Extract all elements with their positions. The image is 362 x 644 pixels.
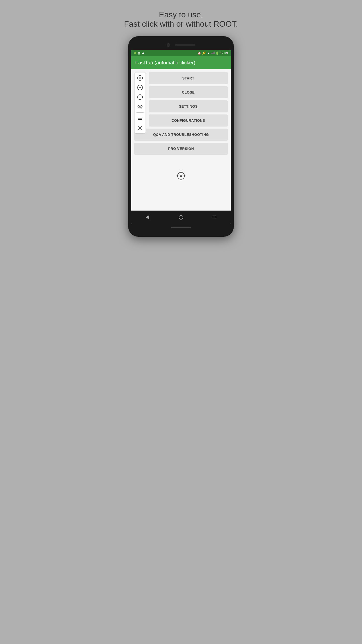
start-button[interactable]: START [149,72,228,84]
status-left: ▦ ◀ [134,52,144,55]
tagline-line2: Fast click with or without ROOT. [124,19,238,29]
camera [167,43,170,47]
home-icon [179,215,183,220]
tagline-line1: Easy to use. [124,10,238,19]
wifi-icon: ▲ [207,51,210,55]
signal-bars [211,52,214,54]
vpn-icon: 🔑 [202,52,206,55]
sim-icon: ▦ [138,52,140,55]
toolbar-play-btn[interactable] [135,73,145,83]
main-buttons-area: START CLOSE SETTINGS CONFIGURATIONS [149,72,228,127]
app-content: START CLOSE SETTINGS CONFIGURATIONS Q&A … [131,69,231,210]
nav-recent-button[interactable] [209,215,220,220]
crosshair-icon [175,170,187,182]
speaker [175,44,195,46]
back-icon [146,215,149,220]
app-header: FastTap (automatic clicker) [131,56,231,69]
battery-icon: 🔋 [215,52,219,55]
svg-point-16 [180,175,182,177]
location-icon: ◀ [142,52,144,55]
side-toolbar [134,72,146,134]
notification-dot [134,52,136,54]
bottom-bar [171,227,191,228]
status-bar: ▦ ◀ ⏰ 🔑 ▲ 🔋 12:09 [131,50,231,56]
toolbar-plus-btn[interactable] [135,83,145,92]
nav-home-button[interactable] [175,214,187,221]
phone-frame: ▦ ◀ ⏰ 🔑 ▲ 🔋 12:09 [128,36,234,237]
status-right: ⏰ 🔑 ▲ 🔋 12:09 [198,51,228,55]
qa-button[interactable]: Q&A AND TROUBLESHOOTING [134,129,228,141]
phone-top [131,41,231,50]
settings-button[interactable]: SETTINGS [149,100,228,112]
svg-marker-1 [140,77,141,79]
full-buttons-area: Q&A AND TROUBLESHOOTING PRO VERSION [134,129,228,155]
toolbar-minus-btn[interactable] [135,93,145,102]
nav-back-button[interactable] [142,214,153,221]
toolbar-menu-btn[interactable] [135,114,145,123]
recent-icon [213,216,216,219]
tagline: Easy to use. Fast click with or without … [124,10,238,29]
app-title: FastTap (automatic clicker) [135,60,195,65]
toolbar-hide-btn[interactable] [135,102,145,111]
close-button[interactable]: CLOSE [149,86,228,98]
status-time: 12:09 [220,51,228,55]
toolbar-divider [137,112,144,113]
crosshair-area [134,155,228,197]
phone-nav [131,211,231,224]
phone-screen: ▦ ◀ ⏰ 🔑 ▲ 🔋 12:09 [131,50,231,224]
pro-version-button[interactable]: PRO VERSION [134,143,228,155]
alarm-icon: ⏰ [198,52,201,55]
configurations-button[interactable]: CONFIGURATIONS [149,114,228,127]
phone-bottom [131,224,231,229]
toolbar-close-btn[interactable] [135,123,145,132]
page-wrapper: Easy to use. Fast click with or without … [116,10,246,237]
